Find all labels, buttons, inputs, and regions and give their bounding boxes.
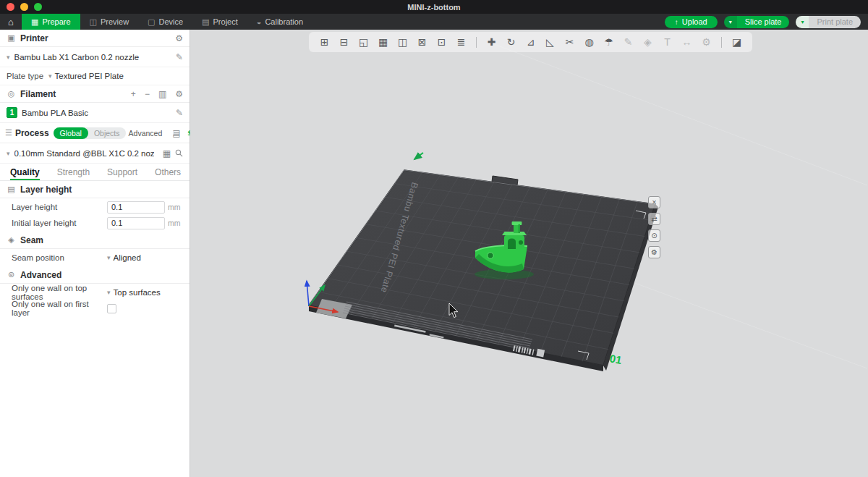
slice-dropdown-button[interactable]: ▾	[724, 16, 737, 28]
param-label: Layer height	[12, 203, 107, 211]
process-preset-combo[interactable]: ▾ 0.10mm Standard @BBL X1C 0.2 nozzle ▦	[0, 143, 190, 164]
scope-global-segment[interactable]: Global	[54, 127, 88, 139]
close-button[interactable]	[7, 3, 14, 11]
scope-objects-segment[interactable]: Objects	[88, 127, 126, 139]
flush-options-icon[interactable]: ▥	[158, 89, 166, 99]
tab-others[interactable]: Others	[146, 164, 190, 180]
lock-plate-icon[interactable]: ⊙	[648, 229, 660, 242]
filament-preset-combo[interactable]: 1 Bambu PLA Basic ✎	[0, 103, 190, 123]
tab-calibration[interactable]: ◒ Calibration	[247, 14, 312, 30]
edit-printer-icon[interactable]: ✎	[176, 52, 183, 62]
support-paint-icon[interactable]: ☂	[599, 36, 618, 48]
param-row-one-wall-top: Only one wall on top surfaces ▾ Top surf…	[0, 285, 190, 300]
plate-type-select[interactable]: ▾ Textured PEI Plate	[48, 72, 124, 80]
param-label: Initial layer height	[12, 219, 107, 227]
minimize-button[interactable]	[20, 3, 28, 11]
layer-height-input[interactable]	[108, 203, 164, 211]
process-section-header: ☰ Process Global Objects Advanced ▤ ⇆	[0, 123, 190, 143]
one-wall-top-select[interactable]: ▾ Top surfaces	[107, 288, 161, 297]
filament-section-header: ◎ Filament + − ▥ ⚙	[0, 85, 190, 103]
delete-plate-icon[interactable]: ×	[648, 196, 660, 208]
chevron-down-icon: ▾	[729, 19, 732, 25]
arrange-plate-icon[interactable]: ⇄	[648, 213, 660, 225]
plate-settings-icon[interactable]: ⚙	[648, 246, 660, 258]
main-tabbar: ⌂ ▦ Prepare ◫ Preview ▢ Device ▤ Project…	[0, 14, 868, 30]
tabbar-actions: ↑ Upload ▾ Slice plate ▾ Print plate	[665, 14, 868, 30]
tab-strength[interactable]: Strength	[48, 164, 98, 180]
auto-orient-icon[interactable]: ◱	[354, 36, 373, 48]
tab-preview[interactable]: ◫ Preview	[80, 14, 139, 30]
fix-model-icon[interactable]: ⚙	[697, 36, 716, 48]
rotate-icon[interactable]: ↻	[501, 36, 521, 48]
plate-number: 01	[608, 352, 623, 366]
param-row-layer-height: Layer height mm	[0, 200, 190, 214]
cut-icon[interactable]: ✂	[560, 36, 579, 48]
tab-quality[interactable]: Quality	[1, 164, 48, 180]
add-plate-icon[interactable]: ⊟	[334, 36, 354, 48]
group-header-layer-height: ▤ Layer height	[0, 181, 190, 198]
mesh-boolean-icon[interactable]: ◍	[579, 36, 599, 48]
upload-button[interactable]: ↑ Upload	[665, 16, 718, 28]
left-panel: ▣ Printer ⚙ ▾ Bambu Lab X1 Carbon 0.2 no…	[0, 30, 190, 477]
slice-plate-split-button: ▾ Slice plate	[724, 16, 790, 28]
text-tool-icon[interactable]: T	[658, 36, 677, 48]
param-row-one-wall-first-layer: Only one wall on first layer	[0, 301, 190, 316]
scale-icon[interactable]: ⊿	[521, 36, 540, 48]
variable-layer-height-icon[interactable]: ≣	[451, 36, 471, 48]
add-model-icon[interactable]: ⊞	[315, 36, 334, 48]
tab-prepare-label: Prepare	[42, 17, 70, 26]
tab-device-label: Device	[158, 17, 183, 26]
tab-preview-label: Preview	[101, 17, 129, 26]
viewport-3d-scene[interactable]: Bambu Textured PEI Plate	[190, 30, 867, 477]
filament-icon: ◎	[7, 89, 16, 98]
home-button[interactable]: ⌂	[0, 14, 22, 30]
tab-prepare[interactable]: ▦ Prepare	[22, 14, 80, 30]
tab-project-label: Project	[213, 17, 238, 26]
edit-filament-icon[interactable]: ✎	[176, 108, 183, 118]
add-filament-icon[interactable]: +	[131, 89, 136, 99]
scope-toggle[interactable]: Global Objects	[54, 127, 126, 139]
printer-section-header: ▣ Printer ⚙	[0, 30, 190, 47]
maximize-button[interactable]	[34, 3, 42, 11]
group-title: Layer height	[20, 185, 72, 195]
tab-support[interactable]: Support	[98, 164, 146, 180]
split-objects-icon[interactable]: ◫	[393, 36, 412, 48]
plate-buttons: × ⇄ ⊙ ⚙	[648, 196, 660, 258]
filament-settings-icon[interactable]: ⚙	[175, 89, 183, 99]
assembly-view-icon[interactable]: ◪	[727, 36, 746, 48]
lay-flat-icon[interactable]: ◺	[540, 36, 560, 48]
upload-icon: ↑	[675, 18, 678, 26]
viewport-3d[interactable]: ⊞ ⊟ ◱ ▦ ◫ ⊠ ⊡ ≣ ✚ ↻ ⊿ ◺ ✂ ◍ ☂ ✎ ◈ T ↔ ⚙	[190, 30, 868, 477]
unit-label: mm	[168, 219, 182, 227]
param-row-seam-position: Seam position ▾ Aligned	[0, 250, 190, 265]
color-paint-icon[interactable]: ✎	[618, 36, 638, 48]
printer-settings-icon[interactable]: ⚙	[175, 33, 183, 43]
calibration-icon: ◒	[257, 17, 262, 26]
seam-position-select[interactable]: ▾ Aligned	[107, 253, 141, 262]
search-preset-icon[interactable]	[175, 149, 183, 157]
remove-filament-icon[interactable]: −	[145, 89, 150, 99]
filament-section-title: Filament	[20, 89, 56, 99]
arrange-icon[interactable]: ▦	[373, 36, 393, 48]
param-label: Only one wall on top surfaces	[12, 284, 107, 301]
initial-layer-height-input[interactable]	[108, 219, 164, 227]
printer-preset-combo[interactable]: ▾ Bambu Lab X1 Carbon 0.2 nozzle ✎	[0, 47, 190, 67]
measure-icon[interactable]: ↔	[677, 36, 697, 48]
print-dropdown-button[interactable]: ▾	[796, 16, 809, 28]
tab-device[interactable]: ▢ Device	[138, 14, 192, 30]
print-plate-button[interactable]: Print plate	[809, 16, 861, 28]
upload-label: Upload	[682, 17, 707, 26]
tab-project[interactable]: ▤ Project	[192, 14, 247, 30]
chevron-down-icon: ▾	[107, 254, 111, 261]
move-icon[interactable]: ✚	[482, 36, 501, 48]
advanced-label: Advanced	[129, 129, 163, 138]
print-plate-split-button: ▾ Print plate	[796, 16, 861, 28]
preset-page-icon[interactable]: ▦	[163, 148, 171, 159]
process-icon: ☰	[5, 128, 12, 138]
split-parts-icon[interactable]: ⊠	[412, 36, 432, 48]
seam-paint-icon[interactable]: ◈	[638, 36, 658, 48]
slice-plate-button[interactable]: Slice plate	[737, 16, 790, 28]
clone-icon[interactable]: ⊡	[432, 36, 451, 48]
one-wall-first-layer-checkbox[interactable]	[107, 304, 116, 313]
plate-type-label: Plate type	[7, 72, 48, 80]
